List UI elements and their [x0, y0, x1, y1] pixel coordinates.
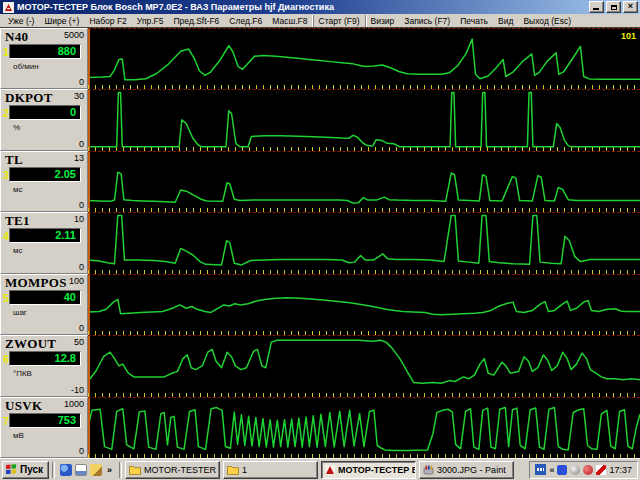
- close-button[interactable]: ×: [623, 1, 638, 13]
- channel-unit: об/мин: [13, 62, 39, 71]
- channel-scale-min: 0: [79, 446, 84, 456]
- channel-panel-mompos: MOMPOS100540шаг0: [0, 274, 88, 335]
- channel-scale-min: 0: [79, 77, 84, 87]
- channel-panel-n40: N4050001880об/мин0: [0, 28, 88, 89]
- waveform-svg: [88, 29, 640, 89]
- channel-unit: мВ: [13, 431, 24, 440]
- channel-plot-dkpot[interactable]: [88, 89, 640, 150]
- channel-panel-usvk: USVK10007753мВ0: [0, 397, 88, 458]
- menu-item-8[interactable]: Старт (F9): [313, 15, 366, 27]
- waveform-trace: [88, 39, 640, 80]
- tray-icon-3[interactable]: [583, 465, 593, 475]
- restore-button[interactable]: [606, 1, 621, 13]
- channel-scale-max: 50: [74, 337, 84, 347]
- channel-plot-mompos[interactable]: [88, 274, 640, 335]
- waveform-trace: [88, 340, 640, 383]
- menu-item-7[interactable]: Масш.F8: [267, 15, 312, 27]
- channel-name: TE1: [5, 213, 30, 229]
- channel-panel-zwout: ZWOUT50612.8°ПКВ-10: [0, 335, 88, 396]
- start-button[interactable]: Пуск: [2, 461, 49, 479]
- menu-item-3[interactable]: Набор F2: [84, 15, 131, 27]
- waveform-svg: [88, 275, 640, 335]
- channels: N4050001880об/мин0101DKPOT3020%0TL1332.0…: [0, 28, 640, 458]
- channel-panel-dkpot: DKPOT3020%0: [0, 89, 88, 150]
- channel-row-usvk: USVK10007753мВ0: [0, 397, 640, 458]
- channel-unit: шаг: [13, 308, 27, 317]
- quick-launch-icon-2[interactable]: [75, 464, 87, 476]
- taskbar-button-label: МОТОР-ТЕСТЕР Блок ...: [338, 465, 416, 475]
- menu-item-5[interactable]: Пред.Sft-F6: [169, 15, 225, 27]
- windows-logo-icon: [6, 464, 17, 475]
- channel-scale-max: 5000: [64, 30, 84, 40]
- taskbar-button-2[interactable]: 1: [223, 461, 318, 479]
- minimize-button[interactable]: [589, 1, 604, 13]
- waveform-svg: [88, 213, 640, 273]
- taskbar-separator: [52, 462, 55, 478]
- channel-plot-tl[interactable]: [88, 151, 640, 212]
- quick-launch: »: [58, 464, 116, 476]
- taskbar-button-3[interactable]: МОТОР-ТЕСТЕР Блок ...: [321, 461, 416, 479]
- channel-plot-usvk[interactable]: [88, 397, 640, 458]
- screen: МОТОР-ТЕСТЕР Блок Bosch MP7.0E2 - ВАЗ Па…: [0, 0, 640, 480]
- tray-icon-2[interactable]: [570, 465, 580, 475]
- channel-plot-te1[interactable]: [88, 212, 640, 273]
- tray-collapse-chevron[interactable]: «: [549, 465, 554, 475]
- cursor-line: [88, 152, 90, 212]
- channel-row-tl: TL1332.05мс0: [0, 151, 640, 212]
- channel-scale-max: 1000: [64, 399, 84, 409]
- tray-icon-antivirus[interactable]: [596, 465, 606, 475]
- menu-item-1[interactable]: Уже (-): [3, 15, 39, 27]
- app-icon: [3, 2, 14, 13]
- menu-item-10[interactable]: Запись (F7): [399, 15, 455, 27]
- menu-item-12[interactable]: Вид: [493, 15, 518, 27]
- menu-item-4[interactable]: Упр.F5: [132, 15, 169, 27]
- waveform-svg: [88, 152, 640, 212]
- start-label: Пуск: [20, 464, 43, 475]
- channel-unit: мс: [13, 185, 23, 194]
- menu-item-13[interactable]: Выход (Esc): [518, 15, 576, 27]
- channel-scale-min: 0: [79, 323, 84, 333]
- taskbar-button-1[interactable]: MOTOR-TESTER: [125, 461, 220, 479]
- language-indicator-icon[interactable]: [535, 464, 546, 475]
- channel-name: MOMPOS: [5, 275, 67, 291]
- cursor-line: [88, 336, 90, 396]
- taskbar-button-label: MOTOR-TESTER: [144, 465, 216, 475]
- quick-launch-overflow-chevron[interactable]: »: [105, 465, 114, 475]
- waveform-svg: [88, 90, 640, 150]
- folder-icon: [129, 465, 141, 475]
- channel-scale-max: 13: [74, 153, 84, 163]
- quick-launch-icon-3[interactable]: [90, 464, 102, 476]
- menu-item-9[interactable]: Визир: [366, 15, 400, 27]
- channel-unit: мс: [13, 246, 23, 255]
- paint-icon: [423, 465, 434, 475]
- taskbar-button-4[interactable]: 3000.JPG - Paint: [419, 461, 514, 479]
- waveform-trace: [88, 93, 640, 147]
- channel-row-zwout: ZWOUT50612.8°ПКВ-10: [0, 335, 640, 396]
- waveform-trace: [88, 297, 640, 314]
- menu-item-11[interactable]: Печать: [455, 15, 493, 27]
- waveform-trace: [88, 172, 640, 203]
- quick-launch-icon-1[interactable]: [60, 464, 72, 476]
- cursor-line: [88, 275, 90, 335]
- system-tray: « 17:37: [529, 461, 638, 479]
- channel-unit: %: [13, 123, 20, 132]
- cursor-line: [88, 398, 90, 458]
- taskbar: Пуск » MOTOR-TESTER1МОТОР-ТЕСТЕР Блок ..…: [0, 458, 640, 480]
- channel-panel-te1: TE11042.11мс0: [0, 212, 88, 273]
- channel-plot-zwout[interactable]: [88, 335, 640, 396]
- channel-plot-n40[interactable]: 101: [88, 28, 640, 89]
- channel-name: DKPOT: [5, 90, 53, 106]
- channel-scale-max: 10: [74, 214, 84, 224]
- taskbar-clock[interactable]: 17:37: [609, 465, 632, 475]
- tray-icon-1[interactable]: [557, 465, 567, 475]
- channel-row-te1: TE11042.11мс0: [0, 212, 640, 273]
- menu-item-2[interactable]: Шире (+): [39, 15, 84, 27]
- channel-scale-min: 0: [79, 200, 84, 210]
- channel-value-display: 2.11: [9, 228, 81, 243]
- taskbar-separator: [119, 462, 122, 478]
- menu-item-6[interactable]: След.F6: [224, 15, 267, 27]
- waveform-svg: [88, 336, 640, 396]
- channel-unit: °ПКВ: [13, 369, 32, 378]
- channel-scale-min: 0: [79, 139, 84, 149]
- channel-name: ZWOUT: [5, 336, 56, 352]
